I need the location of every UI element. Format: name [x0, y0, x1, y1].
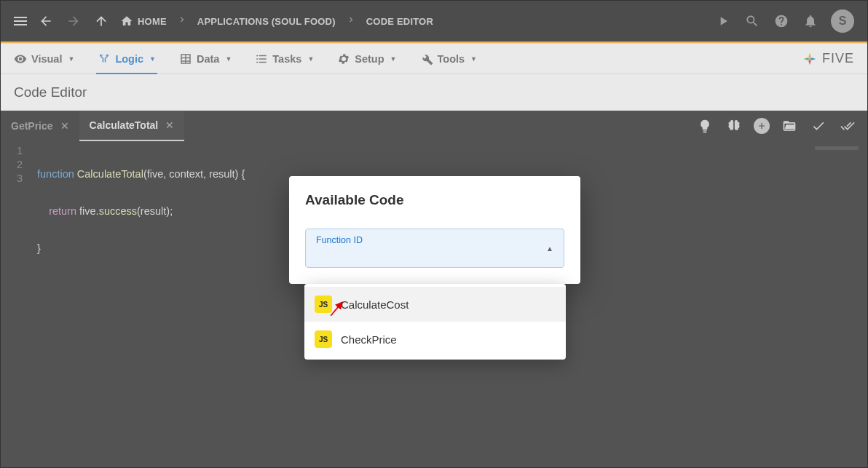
dropdown-item-checkprice[interactable]: JS CheckPrice — [304, 322, 566, 357]
dialog-title: Available Code — [305, 192, 564, 208]
js-icon: JS — [315, 330, 332, 348]
function-id-select[interactable]: Function ID ▲ — [305, 229, 564, 268]
caret-up-icon: ▲ — [546, 245, 553, 253]
select-label: Function ID — [316, 235, 363, 245]
dropdown-item-calculatecost[interactable]: JS CalculateCost — [304, 287, 566, 322]
js-icon: JS — [315, 296, 332, 313]
dropdown-item-label: CheckPrice — [341, 333, 397, 346]
available-code-dialog: Available Code Function ID ▲ — [289, 176, 580, 284]
dropdown-item-label: CalculateCost — [341, 298, 409, 311]
function-id-dropdown: JS CalculateCost JS CheckPrice — [304, 284, 566, 360]
